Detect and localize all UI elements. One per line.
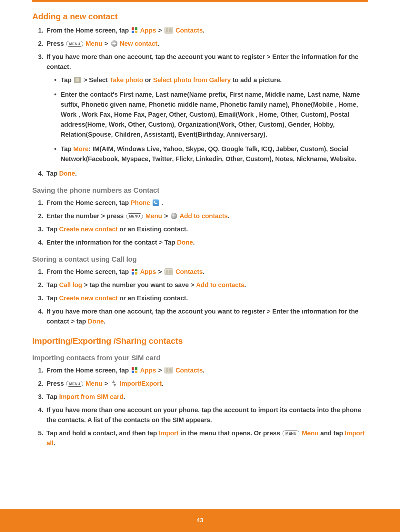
phone-icon: [153, 199, 159, 206]
keyword-menu: Menu: [85, 380, 102, 387]
keyword-create-new-contact: Create new contact: [59, 226, 118, 233]
apps-icon: [131, 27, 138, 34]
menu-key-icon: MENU: [126, 213, 143, 219]
text: Press: [46, 40, 65, 47]
keyword-apps: Apps: [140, 367, 156, 374]
step: If you have more than one account, tap t…: [38, 306, 368, 326]
text: Tap: [46, 393, 59, 400]
separator: >: [158, 268, 164, 275]
contacts-icon: [165, 268, 173, 275]
photo-icon: [74, 77, 81, 83]
text: From the Home screen, tap: [46, 199, 131, 206]
steps-adding-contact: From the Home screen, tap Apps > Contact…: [38, 25, 368, 179]
page-footer: 43: [0, 509, 400, 532]
text: : IM(AIM, Windows Live, Yahoo, Skype, QQ…: [61, 145, 356, 162]
plus-icon: [171, 213, 177, 219]
page-number: 43: [196, 517, 203, 524]
text: or an Existing contact.: [118, 295, 188, 302]
keyword-more: More: [73, 145, 88, 152]
keyword-import-export: Import/Export: [120, 380, 162, 387]
heading-saving-numbers: Saving the phone numbers as Contact: [32, 186, 368, 195]
step: Tap Create new contact or an Existing co…: [38, 224, 368, 234]
keyword-select-photo-gallery: Select photo from Gallery: [153, 76, 231, 83]
text: > Select: [84, 76, 110, 83]
keyword-menu: Menu: [145, 212, 162, 219]
step: If you have more than one account on you…: [38, 405, 368, 425]
plus-icon: [111, 40, 117, 47]
text: > tap the number you want to save >: [82, 281, 196, 288]
text: and tap: [318, 430, 345, 437]
text: If you have more than one account on you…: [46, 406, 361, 423]
text: If you have more than one account, tap t…: [46, 53, 358, 70]
text: .: [203, 367, 205, 374]
heading-storing-call-log: Storing a contact using Call log: [32, 255, 368, 264]
text: Tap and hold a contact, and then tap: [46, 430, 159, 437]
keyword-contacts: Contacts: [175, 27, 203, 34]
substep: Tap More: IM(AIM, Windows Live, Yahoo, S…: [53, 144, 368, 164]
keyword-apps: Apps: [140, 268, 156, 275]
steps-import-sim: From the Home screen, tap Apps > Contact…: [38, 365, 368, 448]
text: .: [203, 27, 205, 34]
keyword-create-new-contact: Create new contact: [59, 295, 118, 302]
text: .: [203, 268, 205, 275]
separator: >: [164, 212, 170, 219]
step: Press MENU Menu > New contact.: [38, 39, 368, 49]
keyword-call-log: Call log: [59, 281, 82, 288]
heading-adding-contact: Adding a new contact: [32, 12, 368, 22]
text: Tap: [46, 170, 59, 177]
text: .: [162, 380, 163, 387]
keyword-done: Done: [59, 170, 75, 177]
step: Tap Done.: [38, 169, 368, 179]
separator: >: [158, 27, 164, 34]
keyword-take-photo: Take photo: [110, 76, 143, 83]
separator: >: [105, 40, 110, 47]
text: Tap: [61, 76, 73, 83]
substeps: Tap > Select Take photo or Select photo …: [53, 75, 368, 164]
text: From the Home screen, tap: [46, 367, 131, 374]
menu-key-icon: MENU: [66, 381, 83, 387]
text: .: [104, 318, 105, 325]
text: From the Home screen, tap: [46, 27, 131, 34]
text: .: [54, 440, 55, 447]
step: If you have more than one account, tap t…: [38, 52, 368, 164]
text: .: [193, 239, 195, 246]
substep: Tap > Select Take photo or Select photo …: [53, 75, 368, 85]
menu-key-icon: MENU: [283, 430, 299, 436]
text: .: [160, 199, 163, 206]
text: .: [75, 170, 77, 177]
text: From the Home screen, tap: [46, 268, 131, 275]
keyword-contacts: Contacts: [175, 367, 203, 374]
keyword-menu: Menu: [85, 40, 102, 47]
contacts-icon: [165, 367, 173, 373]
heading-import-sim: Importing contacts from your SIM card: [32, 354, 368, 362]
keyword-import: Import: [159, 430, 179, 437]
step: Enter the information for the contact > …: [38, 237, 368, 247]
text: Enter the information for the contact > …: [46, 239, 177, 246]
text: Tap: [61, 145, 73, 152]
keyword-import-from-sim: Import from SIM card: [59, 393, 123, 400]
keyword-done: Done: [88, 318, 104, 325]
text: .: [244, 281, 246, 288]
apps-icon: [131, 367, 138, 373]
top-rule: [32, 0, 368, 2]
step: Press MENU Menu > Import/Export.: [38, 379, 368, 389]
substep: Enter the contact's First name, Last nam…: [53, 90, 368, 140]
steps-call-log: From the Home screen, tap Apps > Contact…: [38, 267, 368, 326]
keyword-phone: Phone: [131, 199, 150, 206]
import-export-icon: [111, 380, 117, 387]
menu-key-icon: MENU: [66, 41, 83, 47]
text: to add a picture.: [233, 76, 282, 83]
text: or an Existing contact.: [118, 226, 188, 233]
text: in the menu that opens. Or press: [179, 430, 282, 437]
keyword-contacts: Contacts: [175, 268, 203, 275]
keyword-add-to-contacts: Add to contacts: [196, 281, 245, 288]
steps-saving-numbers: From the Home screen, tap Phone . Enter …: [38, 198, 368, 247]
text: Tap: [46, 281, 59, 288]
text: Press: [46, 380, 65, 387]
step: Tap and hold a contact, and then tap Imp…: [38, 428, 368, 448]
text: .: [123, 393, 125, 400]
step: Tap Call log > tap the number you want t…: [38, 280, 368, 290]
heading-import-export: Importing/Exporting /Sharing contacts: [32, 336, 368, 346]
apps-icon: [131, 268, 138, 275]
text: or: [145, 76, 153, 83]
